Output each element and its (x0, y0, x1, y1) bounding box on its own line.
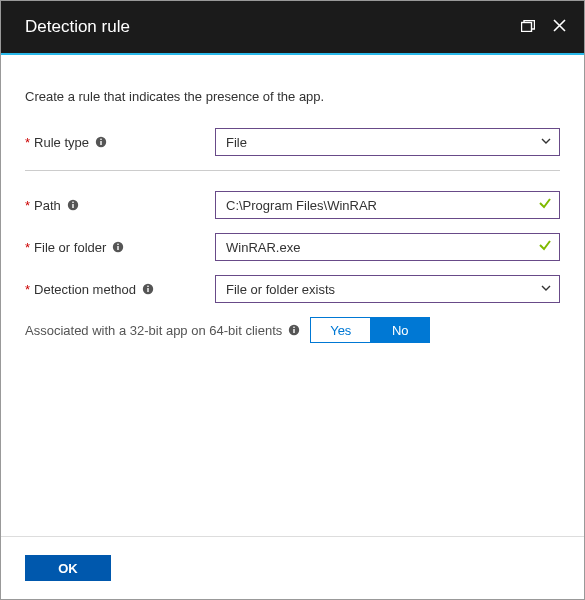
restore-icon[interactable] (521, 18, 535, 36)
file-or-folder-input[interactable] (215, 233, 560, 261)
svg-rect-2 (100, 141, 101, 145)
info-icon[interactable] (142, 283, 154, 295)
dialog-title: Detection rule (25, 17, 130, 37)
info-icon[interactable] (95, 136, 107, 148)
row-rule-type: * Rule type File (25, 128, 560, 156)
row-path: * Path (25, 191, 560, 219)
rule-type-value: File (226, 135, 247, 150)
svg-rect-3 (100, 139, 101, 140)
file-or-folder-control (215, 233, 560, 261)
toggle-no-button[interactable]: No (370, 317, 430, 343)
rule-type-select[interactable]: File (215, 128, 560, 156)
svg-rect-15 (294, 327, 295, 328)
toggle-yes-button[interactable]: Yes (310, 317, 370, 343)
info-icon[interactable] (112, 241, 124, 253)
required-marker: * (25, 198, 30, 213)
label-file-or-folder: * File or folder (25, 240, 215, 255)
svg-rect-6 (72, 202, 73, 203)
svg-rect-9 (118, 244, 119, 245)
path-control (215, 191, 560, 219)
svg-rect-0 (522, 23, 532, 32)
associated-32bit-toggle: Yes No (310, 317, 430, 343)
row-detection-method: * Detection method File or folder exists (25, 275, 560, 303)
file-or-folder-label-text: File or folder (34, 240, 106, 255)
required-marker: * (25, 282, 30, 297)
svg-rect-8 (118, 246, 119, 250)
dialog-footer: OK (1, 536, 584, 599)
dialog-header: Detection rule (1, 1, 584, 55)
row-associated-32bit: Associated with a 32-bit app on 64-bit c… (25, 317, 560, 343)
rule-type-label-text: Rule type (34, 135, 89, 150)
label-rule-type: * Rule type (25, 135, 215, 150)
path-input[interactable] (215, 191, 560, 219)
close-icon[interactable] (553, 18, 566, 36)
row-file-or-folder: * File or folder (25, 233, 560, 261)
required-marker: * (25, 240, 30, 255)
check-icon (538, 238, 552, 256)
info-icon[interactable] (67, 199, 79, 211)
detection-method-control: File or folder exists (215, 275, 560, 303)
svg-rect-5 (72, 204, 73, 208)
detection-method-value: File or folder exists (226, 282, 335, 297)
ok-button[interactable]: OK (25, 555, 111, 581)
detection-method-select[interactable]: File or folder exists (215, 275, 560, 303)
info-icon[interactable] (288, 324, 300, 336)
label-path: * Path (25, 198, 215, 213)
check-icon (538, 196, 552, 214)
rule-type-control: File (215, 128, 560, 156)
svg-rect-14 (294, 329, 295, 333)
associated-32bit-label: Associated with a 32-bit app on 64-bit c… (25, 323, 282, 338)
svg-rect-11 (147, 288, 148, 292)
svg-rect-12 (147, 286, 148, 287)
divider (25, 170, 560, 171)
dialog-subtitle: Create a rule that indicates the presenc… (25, 89, 560, 104)
detection-method-label-text: Detection method (34, 282, 136, 297)
header-actions (521, 18, 566, 36)
required-marker: * (25, 135, 30, 150)
label-detection-method: * Detection method (25, 282, 215, 297)
path-label-text: Path (34, 198, 61, 213)
dialog-content: Create a rule that indicates the presenc… (1, 55, 584, 343)
